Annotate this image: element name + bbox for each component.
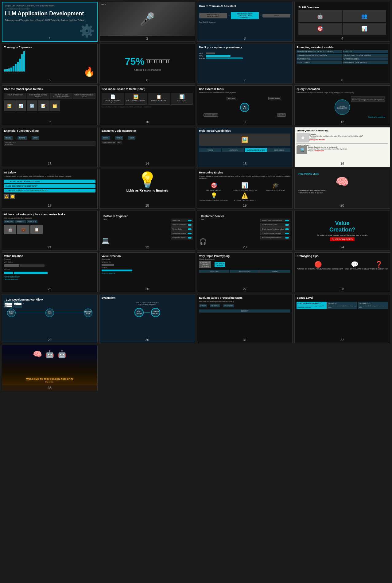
slide-16-food-image: 🍽️ xyxy=(297,133,309,142)
slide-26-bar-1 xyxy=(102,264,114,266)
slide-17-steps: 1. CLASSIFY HARM (MODERATION API) 2. ADD… xyxy=(4,180,95,192)
slide-1: DANIEL LIM · PERSONAL CONSULTANT & BOARD… xyxy=(2,2,98,42)
slide-8-prompt-1: WHAT IS THE MAIN TOPIC OF THE FOLLOWING? xyxy=(297,50,342,53)
slide-32-title: Bonus Level xyxy=(297,296,388,299)
slide-22-laptop-icon: 💻 xyxy=(102,237,109,244)
slide-21-title: AI does not automate jobs - it automates… xyxy=(4,213,95,216)
slide-7-row-past: PAST xyxy=(199,52,291,54)
slide-10-ex-2-icon: 🖼️ xyxy=(126,94,146,99)
slide-23-task-5-label: Assess complaint escalation xyxy=(262,237,281,239)
slide-8-prompt-8: FOR EXAMPLE USING SEVERAL... xyxy=(343,61,388,64)
slide-12-prompt-box: USER PROMPT What is happening in the wor… xyxy=(351,96,385,102)
slide-12-diagram: QUERYGENERATION USER PROMPT What is happ… xyxy=(297,95,388,119)
slide-8-prompt-4: THE ASSISTANT TOLD THE MEETING xyxy=(343,54,388,57)
slide-25-number: 25 xyxy=(48,287,52,291)
slide-23-toggle-3 xyxy=(285,228,289,230)
slide-14-user: USER xyxy=(128,136,135,140)
slide-9-step-3: SOLVE IT 1-7 AND SOLUTION WORK OUT xyxy=(50,93,72,99)
slide-13-flow: MODEL → THREAD → USER xyxy=(4,136,95,140)
slide-2-person-image: 🎤 xyxy=(100,2,195,36)
slide-16-answer-text: [bowl] yarn; the cake xyxy=(309,139,363,141)
slide-1-title: LLM Application Development xyxy=(5,10,95,17)
slide-32-box-2: PYTORCH? Some notes on the state of the … xyxy=(327,302,357,309)
slide-22-toggle-3 xyxy=(188,228,192,230)
chart-bar-9 xyxy=(21,54,23,72)
slide-14-code-node: CODE INTERPRETER xyxy=(102,141,116,144)
slide-32-box-1: GLUCOSE OR OPEN SOURCE? Some notes on op… xyxy=(297,302,327,309)
slide-3-arrow-1: → xyxy=(228,14,230,17)
slide-28-number: 28 xyxy=(340,287,344,291)
slide-4-img-4: 📊 xyxy=(343,23,386,35)
slide-30-circle-2: COMPAREOUTPUT xyxy=(151,308,160,317)
slide-29-todo-col: To do task task xyxy=(4,301,13,308)
slide-16-prompt-area: Prompts: The bread is in the bowl behind… xyxy=(309,133,363,142)
slide-21: AI does not automate jobs - it automates… xyxy=(2,211,98,251)
slide-14-model: MODEL xyxy=(102,136,110,140)
slide-28-question-icon: ❓ xyxy=(370,261,388,268)
slide-32-box-1-content: Some notes on open source vs proprietary… xyxy=(297,305,326,308)
slide-9-img-3: 🔢 xyxy=(27,100,37,111)
slide-12-desc: LLM transforms an input to a sentence, a… xyxy=(297,92,388,94)
slide-19-decision-icon: 🎯 xyxy=(199,182,229,189)
slide-1-number: 1 xyxy=(49,36,51,40)
slide-17-warning-sign: ⚠️ xyxy=(4,194,9,199)
slide-29-build-node: BUILDAPPS xyxy=(7,309,16,317)
slide-29-todo-title: To do xyxy=(5,301,12,303)
slide-32-box-3: USE LLMs FOR... Key areas where LLMs can… xyxy=(358,302,388,309)
slide-17: AI Safety LLMs have a wide range of outp… xyxy=(2,169,98,209)
slide-15-modal-types: VISION LANGUAGE LANGUAGE AND VISION MULT… xyxy=(199,148,291,152)
slide-31-number: 31 xyxy=(243,338,246,342)
slide-3: How to Train an AI Assistant SUPERVISEDF… xyxy=(197,2,293,42)
slide-7-row-future: FUTURE xyxy=(199,57,291,59)
slide-15-language-vision: LANGUAGE AND VISION xyxy=(245,148,267,152)
slide-28-streamlit-icon: 🔴 xyxy=(297,261,340,268)
slide-15-number: 15 xyxy=(243,162,246,165)
slide-14-flow: MODEL → TOOLS → USER xyxy=(102,136,193,140)
slide-13-arrow-2: → xyxy=(28,137,30,139)
slide-20-tip-2: • WHEN FINE TUNING IS NEEDED xyxy=(298,192,386,194)
slide-3-step-1: SUPERVISEDFINE-TUNING xyxy=(199,13,227,18)
slide-31-context: CONTEXT xyxy=(199,309,291,313)
chart-bar-10 xyxy=(23,51,25,72)
slide-17-step-1: 1. CLASSIFY HARM (MODERATION API) xyxy=(4,180,95,183)
slide-23-task-1: Resolve basic user questions xyxy=(260,219,290,222)
slides-grid: DANIEL LIM · PERSONAL CONSULTANT & BOARD… xyxy=(0,0,392,393)
slide-30-flow: EVALUATION COMPAREOUTPUT xyxy=(102,308,193,317)
slide-19-item-2: 📊 BUSINESS SCENARIO ANALYSIS xyxy=(230,182,260,191)
slide-31-steps: QUERY → RETRIEVE → RESPONSE CONTEXT xyxy=(199,304,291,313)
slide-4: RLHF Overview 🤖 👥 🎯 📊 4 xyxy=(294,2,390,42)
slide-25-comparison: WITHOUT AI WITH AI PERFORM SURGERY DESIG… xyxy=(4,261,95,280)
slide-16-city-image: 🏙️ xyxy=(297,146,307,154)
slide-26-title: Value Creation xyxy=(102,255,193,258)
slide-27-vs-arrow: → xyxy=(212,263,214,266)
slide-4-img-2: 👥 xyxy=(343,10,386,22)
slide-29-number: 29 xyxy=(48,338,52,342)
slide-27-m3: EVALUATE xyxy=(260,270,290,273)
slide-23: Customer Service Slide 🎧 Resolve basic u… xyxy=(197,211,293,251)
slide-17-warning-box: 🟡 xyxy=(10,194,15,199)
slide-27-subtitle: What to do when stuck xyxy=(199,258,291,260)
slide-10-ex-1: 📄 CHECK IT CAN DONE RULE xyxy=(102,93,124,105)
slide-19-debug-icon: 💡 xyxy=(199,192,229,199)
slide-13-title: Example: Function Calling xyxy=(4,129,95,132)
slide-11-desc: When tasks can be done better/faster rel… xyxy=(199,92,291,94)
slide-8-prompt-6: WHAT PROBLEM DO... xyxy=(343,57,388,60)
slide-25-bar-1 xyxy=(4,264,19,267)
slide-23-toggle-2 xyxy=(285,224,289,226)
slide-20-label: FINE-TUNING LLMS xyxy=(298,173,386,175)
slide-19-item-3: 🎓 EDUCATION & TUTORING xyxy=(261,182,290,191)
slide-10-ex-2: 🖼️ BREAK COMPLEX TASKS xyxy=(125,93,147,105)
slide-22-toggle-5 xyxy=(188,237,192,239)
slide-12-output: Searching for: something xyxy=(368,116,385,118)
slide-22-toggle-2 xyxy=(188,224,192,226)
slide-17-images: ⚠️ 🟡 xyxy=(4,194,95,199)
slide-13-arrow-1: → xyxy=(14,137,16,139)
slide-18-bulb-icon: 💡 xyxy=(138,171,157,189)
chart-bar-1 xyxy=(4,69,6,72)
slide-11-title: Use External Tools xyxy=(199,87,291,91)
slide-23-toggle-1 xyxy=(285,220,289,221)
slide-23-task-2: Handle difficult queries xyxy=(260,223,290,227)
slide-25-with-bars xyxy=(4,272,95,274)
slide-8-prompts: WHAT IS THE MAIN TOPIC OF THE FOLLOWING?… xyxy=(297,50,388,64)
slide-13-user: USER xyxy=(32,136,39,140)
